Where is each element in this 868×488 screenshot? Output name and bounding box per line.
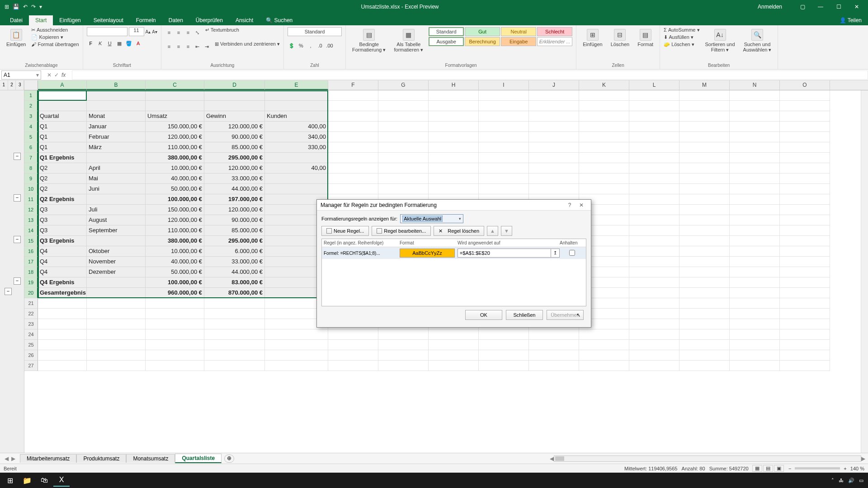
style-berechnung[interactable]: Berechnung — [465, 37, 500, 46]
fx-icon[interactable]: fx — [61, 72, 66, 78]
cell[interactable] — [429, 122, 479, 132]
underline-button[interactable]: U — [106, 39, 114, 47]
cell[interactable]: 120.000,00 € — [146, 215, 204, 225]
cell[interactable]: August — [87, 215, 146, 225]
cell[interactable]: 110.000,00 € — [146, 142, 204, 153]
cell[interactable] — [328, 174, 378, 184]
row-header[interactable]: 14 — [24, 225, 38, 236]
cell[interactable] — [529, 350, 579, 361]
cell[interactable]: 10.000,00 € — [146, 163, 204, 174]
cell[interactable] — [429, 329, 479, 340]
cell[interactable] — [730, 298, 780, 309]
signin-button[interactable]: Anmelden — [758, 4, 782, 10]
cell[interactable] — [629, 298, 679, 309]
cell[interactable] — [479, 329, 529, 340]
outline-level-2[interactable]: 2 — [8, 80, 16, 90]
cell[interactable]: 295.000,00 € — [204, 153, 265, 163]
cell[interactable] — [204, 298, 265, 309]
cell[interactable] — [479, 350, 529, 361]
undo-icon[interactable]: ↶ — [23, 4, 28, 10]
cell[interactable]: 10.000,00 € — [146, 246, 204, 257]
cell[interactable] — [204, 309, 265, 319]
tab-daten[interactable]: Daten — [162, 15, 189, 25]
cell[interactable] — [146, 101, 204, 111]
cell[interactable] — [679, 184, 730, 194]
row-header[interactable]: 8 — [24, 163, 38, 174]
outline-level-3[interactable]: 3 — [16, 80, 24, 90]
cell[interactable] — [378, 350, 429, 361]
row-header[interactable]: 26 — [24, 350, 38, 361]
cell[interactable] — [479, 361, 529, 371]
cell[interactable] — [780, 257, 830, 267]
cell[interactable]: Januar — [87, 122, 146, 132]
find-select-button[interactable]: 🔍Suchen und Auswählen ▾ — [741, 27, 774, 55]
cell[interactable]: Q2 — [38, 163, 87, 174]
zoom-out-icon[interactable]: − — [788, 466, 791, 471]
row-header[interactable]: 5 — [24, 132, 38, 142]
cell[interactable] — [780, 132, 830, 142]
cell[interactable]: 120.000,00 € — [204, 122, 265, 132]
row-header[interactable]: 17 — [24, 257, 38, 267]
align-right-icon[interactable]: ≡ — [184, 42, 192, 51]
dialog-close-action-button[interactable]: Schließen — [506, 310, 543, 320]
cell[interactable] — [378, 132, 429, 142]
cell[interactable] — [679, 361, 730, 371]
cell[interactable] — [328, 361, 378, 371]
outline-level-1[interactable]: 1 — [0, 80, 8, 90]
cell[interactable] — [328, 111, 378, 122]
col-header-K[interactable]: K — [579, 80, 629, 90]
cell[interactable] — [429, 174, 479, 184]
cell[interactable] — [679, 205, 730, 215]
zoom-level[interactable]: 140 % — [850, 466, 864, 471]
cell[interactable]: 870.000,00 € — [204, 288, 265, 298]
cell[interactable]: Q1 — [38, 142, 87, 153]
cell[interactable] — [679, 90, 730, 101]
row-header[interactable]: 13 — [24, 215, 38, 225]
cell[interactable] — [579, 111, 629, 122]
cell[interactable]: 44.000,00 € — [204, 184, 265, 194]
cell[interactable]: Februar — [87, 132, 146, 142]
font-combo[interactable] — [87, 27, 127, 36]
cell[interactable] — [629, 163, 679, 174]
cell[interactable] — [204, 329, 265, 340]
page-layout-view-icon[interactable]: ▤ — [763, 465, 773, 472]
cell[interactable] — [87, 340, 146, 350]
cell[interactable] — [730, 329, 780, 340]
cell[interactable] — [87, 350, 146, 361]
cell[interactable] — [730, 111, 780, 122]
cell[interactable] — [730, 277, 780, 288]
cell[interactable] — [429, 142, 479, 153]
row-header[interactable]: 19 — [24, 277, 38, 288]
cell[interactable] — [780, 319, 830, 329]
cell[interactable] — [529, 340, 579, 350]
cell[interactable]: 340,00 — [265, 132, 328, 142]
move-rule-down-button[interactable]: ▼ — [501, 226, 512, 236]
cell[interactable]: 50.000,00 € — [146, 267, 204, 277]
paste-button[interactable]: 📋 Einfügen — [4, 27, 28, 49]
cell[interactable] — [730, 174, 780, 184]
style-gut[interactable]: Gut — [465, 27, 500, 36]
horizontal-scrollbar[interactable] — [554, 455, 861, 462]
cell[interactable] — [629, 101, 679, 111]
cell[interactable] — [479, 153, 529, 163]
cell[interactable] — [38, 350, 87, 361]
cell[interactable]: Q4 — [38, 246, 87, 257]
cell[interactable]: 110.000,00 € — [146, 225, 204, 236]
cell[interactable] — [378, 329, 429, 340]
sheet-tab-0[interactable]: Mitarbeiterumsatz — [20, 454, 76, 463]
cell[interactable]: 380.000,00 € — [146, 236, 204, 246]
currency-icon[interactable]: 💲 — [288, 42, 296, 50]
cell[interactable] — [780, 361, 830, 371]
cell[interactable] — [328, 340, 378, 350]
col-header-H[interactable]: H — [429, 80, 479, 90]
number-format-combo[interactable]: Standard — [288, 27, 342, 36]
cell[interactable] — [679, 225, 730, 236]
cell[interactable] — [730, 319, 780, 329]
autosum-button[interactable]: Σ AutoSumme ▾ — [664, 27, 699, 33]
cell[interactable] — [265, 340, 328, 350]
start-button[interactable]: ⊞ — [2, 474, 18, 487]
cell[interactable]: 40.000,00 € — [146, 257, 204, 267]
cell[interactable] — [679, 142, 730, 153]
border-button[interactable]: ▦ — [115, 39, 123, 47]
row-header[interactable]: 9 — [24, 174, 38, 184]
